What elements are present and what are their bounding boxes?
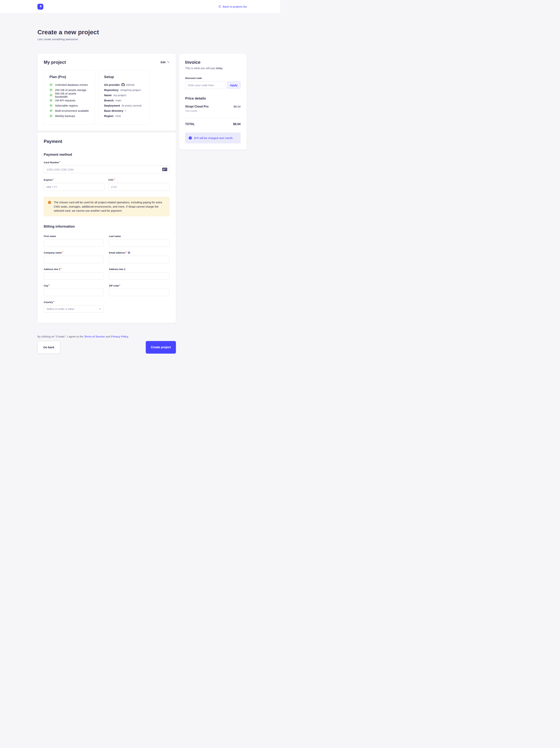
price-line-item: Strapi Cloud Pro This month $8.04 bbox=[185, 105, 241, 112]
card-number-label: Card Number bbox=[44, 161, 59, 164]
country-select[interactable]: Select or enter a value ▼ bbox=[44, 305, 104, 313]
setup-row-label: Deployment bbox=[104, 104, 120, 107]
required-asterisk: * bbox=[59, 161, 60, 163]
card-usage-warning: ! The chosen card will be used for all p… bbox=[44, 197, 170, 216]
terms-text: By clicking on "Create", I agree to the bbox=[38, 335, 84, 338]
invoice-title: Invoice bbox=[185, 60, 241, 65]
edit-button[interactable]: Edit ✎ bbox=[161, 61, 170, 64]
billing-field: Address line 1 * bbox=[44, 268, 104, 280]
back-to-projects-link[interactable]: Back to projects list bbox=[218, 5, 247, 8]
billing-text-input[interactable] bbox=[109, 256, 169, 263]
strapi-logo-glyph bbox=[39, 5, 42, 8]
check-circle-icon bbox=[49, 94, 53, 97]
setup-row-value: USA bbox=[115, 114, 121, 117]
warning-icon: ! bbox=[48, 201, 51, 204]
check-circle-icon bbox=[49, 83, 53, 86]
expires-input[interactable] bbox=[44, 183, 104, 191]
setup-row-label: Repository bbox=[104, 88, 119, 92]
total-row: TOTAL $8.04 bbox=[185, 122, 241, 126]
plan-feature-item: 250 GB of assets storage bbox=[49, 87, 90, 92]
billing-field: City * bbox=[44, 284, 104, 296]
setup-row-value: / bbox=[125, 109, 126, 112]
setup-box: Setup Git provider GitHub bbox=[98, 70, 150, 124]
plan-feature-label: 1M API requests bbox=[55, 99, 75, 102]
discount-code-input[interactable] bbox=[185, 81, 225, 89]
cvc-label: CVC bbox=[108, 179, 113, 181]
setup-row-value: At every commit bbox=[122, 104, 142, 107]
total-label: TOTAL bbox=[185, 122, 195, 126]
billing-field: Company name * bbox=[44, 251, 104, 263]
setup-row: Repository strapi/my-project bbox=[104, 87, 144, 92]
plan-feature-label: 500 GB of assets bandwidth bbox=[55, 92, 90, 98]
card-number-input[interactable] bbox=[44, 165, 170, 173]
plan-feature-item: Unlimited database entries bbox=[49, 82, 90, 87]
required-asterisk: * bbox=[114, 178, 115, 181]
strapi-logo[interactable] bbox=[38, 4, 43, 9]
billing-field-label: Company name bbox=[44, 251, 62, 254]
payment-method-title: Payment method bbox=[44, 153, 170, 157]
required-asterisk: * bbox=[60, 267, 62, 270]
plan-feature-item: 1M API requests bbox=[49, 98, 90, 103]
credit-card-icon bbox=[162, 168, 167, 171]
info-icon: i bbox=[128, 252, 130, 254]
country-field: Country * Select or enter a value ▼ bbox=[44, 301, 104, 313]
apply-button[interactable]: Apply bbox=[227, 81, 241, 89]
required-asterisk: * bbox=[126, 251, 126, 254]
setup-row-label: Base directory bbox=[104, 109, 123, 112]
required-asterisk: * bbox=[53, 178, 54, 181]
setup-row-value: my-project bbox=[113, 94, 126, 97]
plan-feature-label: Unlimited database entries bbox=[55, 83, 88, 86]
billing-text-input[interactable] bbox=[44, 239, 104, 247]
billing-field: First name bbox=[44, 235, 104, 247]
invoice-subtitle: This is what you will pay today bbox=[185, 67, 241, 70]
discount-code-label: Discount code bbox=[185, 77, 202, 79]
billing-text-input[interactable] bbox=[109, 239, 169, 247]
pencil-icon: ✎ bbox=[167, 61, 170, 64]
required-asterisk: * bbox=[49, 284, 50, 287]
terms-agreement: By clicking on "Create", I agree to the … bbox=[38, 335, 247, 338]
page-subtitle: Lets create something awesome! bbox=[38, 38, 247, 41]
cvc-input[interactable] bbox=[108, 183, 169, 191]
billing-field: ZIP code * bbox=[109, 284, 169, 296]
invoice-subtitle-emphasis: today bbox=[216, 67, 223, 70]
billing-field: Email address * i bbox=[109, 251, 169, 263]
setup-row-value: strapi/my-project bbox=[120, 88, 141, 92]
setup-row: Deployment At every commit bbox=[104, 103, 144, 108]
plan-title: Plan (Pro) bbox=[49, 75, 90, 79]
setup-row: Name my-project bbox=[104, 92, 144, 98]
invoice-subtitle-text: This is what you will pay bbox=[185, 67, 216, 70]
privacy-policy-link[interactable]: Privacy Policy bbox=[111, 335, 128, 338]
billing-field: Last name bbox=[109, 235, 169, 247]
billing-text-input[interactable] bbox=[109, 272, 169, 280]
plan-feature-item: 500 GB of assets bandwidth bbox=[49, 92, 90, 98]
billing-field-label: Address line 2 bbox=[109, 268, 125, 271]
billing-text-input[interactable] bbox=[44, 256, 104, 263]
terms-text: and bbox=[105, 335, 111, 338]
create-project-button[interactable]: Create project bbox=[146, 341, 176, 354]
terms-of-service-link[interactable]: Terms of Service bbox=[84, 335, 105, 338]
setup-row: Base directory / bbox=[104, 108, 144, 113]
cvc-field: CVC * bbox=[108, 179, 169, 191]
setup-row: Git provider GitHub bbox=[104, 82, 144, 87]
billing-text-input[interactable] bbox=[44, 272, 104, 280]
footer-actions: Go back Create project bbox=[38, 341, 176, 354]
setup-row-list: Git provider GitHub Repository bbox=[104, 82, 144, 118]
line-item-period: This month bbox=[185, 110, 209, 112]
next-month-note-text: $75 will be charged next month. bbox=[194, 136, 233, 140]
billing-field-label: Email address bbox=[109, 251, 125, 254]
terms-text: . bbox=[128, 335, 129, 338]
payment-card: Payment Payment method Card Number * bbox=[38, 133, 176, 323]
billing-text-input[interactable] bbox=[109, 289, 169, 296]
back-link-label: Back to projects list bbox=[223, 5, 247, 8]
go-back-button[interactable]: Go back bbox=[38, 341, 60, 354]
billing-field: Address line 2 bbox=[109, 268, 169, 280]
my-project-card: My project Edit ✎ Plan (Pro) bbox=[38, 54, 176, 131]
plan-feature-item: Multi-environment available bbox=[49, 108, 90, 113]
setup-row-label: Name bbox=[104, 94, 112, 97]
billing-text-input[interactable] bbox=[44, 289, 104, 296]
total-amount: $8.04 bbox=[233, 122, 241, 126]
my-project-title: My project bbox=[44, 60, 66, 65]
plan-feature-list: Unlimited database entries 250 GB of ass… bbox=[49, 82, 90, 118]
plan-feature-label: Selectable regions bbox=[55, 104, 78, 107]
check-circle-icon bbox=[49, 104, 53, 107]
